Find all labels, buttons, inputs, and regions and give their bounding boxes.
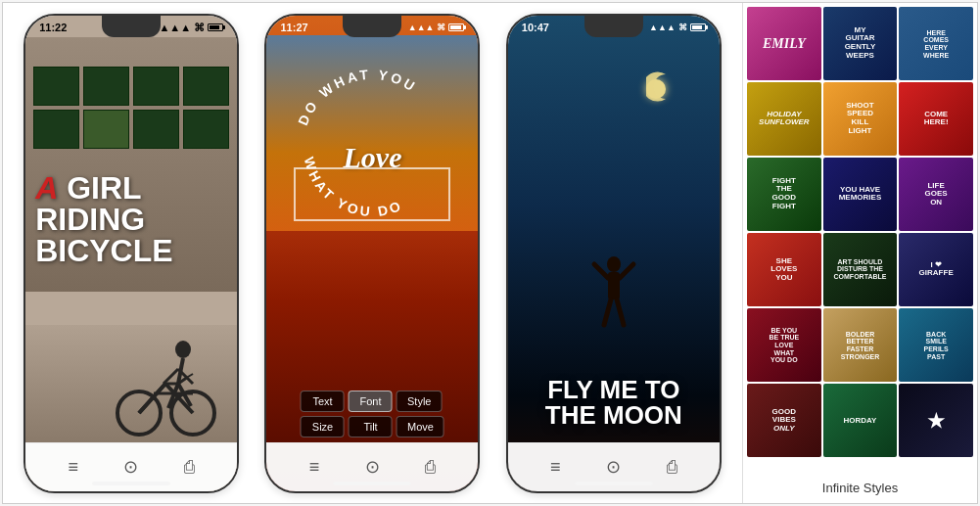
toolbar-style-btn[interactable]: Style bbox=[397, 391, 442, 412]
toolbar-font-btn[interactable]: Font bbox=[349, 391, 393, 412]
gallery-item[interactable]: Back Smile Perils Past bbox=[899, 308, 973, 382]
gallery-item-text: YOU HAVE MEMORIES bbox=[837, 184, 884, 206]
gallery-item[interactable]: BOLDER BETTER FASTER STRONGER bbox=[823, 308, 898, 382]
phone1-windows bbox=[25, 37, 237, 157]
gallery-item-text: Back Smile Perils Past bbox=[917, 328, 955, 362]
gallery-item[interactable]: Emily bbox=[747, 7, 821, 80]
gallery-item[interactable]: MY GUITAR GENTLY WEEPS bbox=[823, 7, 898, 80]
gallery-item[interactable]: BE YOU BE TRUE LOVE WHAT YOU DO bbox=[747, 308, 821, 382]
toolbar-row-1: Text Font Style bbox=[301, 391, 444, 412]
toolbar-size-btn[interactable]: Size bbox=[301, 416, 345, 437]
window bbox=[183, 110, 229, 149]
gallery-item[interactable]: YOU HAVE MEMORIES bbox=[823, 158, 898, 231]
phone1-wifi-icon: ⌘ bbox=[194, 22, 205, 34]
gallery-item[interactable]: ★ bbox=[899, 384, 973, 457]
svg-line-20 bbox=[620, 264, 633, 278]
phone1-status-right: ▲▲▲ ⌘ bbox=[159, 22, 223, 34]
window bbox=[183, 67, 229, 106]
gallery-item-text: SHE LOVES YOU bbox=[766, 254, 803, 284]
gallery-item[interactable]: HERE COMES EVERY WHERE bbox=[899, 7, 973, 80]
gallery-item-text: MY GUITAR GENTLY WEEPS bbox=[842, 24, 879, 63]
phone3-menu-icon[interactable]: ≡ bbox=[550, 457, 561, 478]
phone1-text-overlay: A GIRLRIDINGBICYCLE bbox=[35, 172, 172, 266]
crescent-moon-icon bbox=[646, 69, 680, 104]
gallery-item-text: Emily bbox=[761, 34, 808, 53]
phone2-notch bbox=[343, 16, 401, 37]
window bbox=[33, 67, 79, 106]
gallery-item[interactable]: GOOD VIBES only bbox=[747, 384, 821, 457]
phone2-menu-icon[interactable]: ≡ bbox=[309, 457, 320, 478]
gallery-item-text: BE YOU BE TRUE LOVE WHAT YOU DO bbox=[766, 324, 803, 365]
phone3-signal-icon: ▲▲▲ bbox=[649, 23, 676, 32]
phone3-share-icon[interactable]: ⎙ bbox=[667, 457, 677, 478]
phone2-share-icon[interactable]: ⎙ bbox=[425, 457, 436, 478]
gallery-item[interactable]: I ❤ GIRAFFE bbox=[899, 233, 973, 306]
gallery-grid: Emily MY GUITAR GENTLY WEEPS HERE COMES … bbox=[743, 3, 977, 473]
phone3-battery-icon bbox=[690, 23, 706, 31]
person-silhouette-icon bbox=[584, 256, 643, 335]
phone2-battery-icon bbox=[448, 23, 464, 31]
phone1-heading: A GIRLRIDINGBICYCLE bbox=[35, 172, 172, 266]
phone2-background: DO WHAT YOU WHAT YOU DO Love Text bbox=[266, 16, 478, 491]
gallery-panel: Emily MY GUITAR GENTLY WEEPS HERE COMES … bbox=[742, 3, 977, 503]
svg-line-21 bbox=[604, 299, 611, 325]
window bbox=[83, 67, 129, 106]
phone1-background: A GIRLRIDINGBICYCLE bbox=[25, 16, 237, 491]
phones-area: 11:22 ▲▲▲ ⌘ bbox=[3, 3, 742, 503]
phone3-status-right: ▲▲▲ ⌘ bbox=[649, 23, 706, 32]
phone3-notch bbox=[584, 16, 643, 37]
phone1-a-letter: A bbox=[35, 170, 58, 206]
svg-rect-18 bbox=[608, 272, 620, 299]
window bbox=[83, 110, 129, 149]
phone2-screen: DO WHAT YOU WHAT YOU DO Love Text bbox=[266, 16, 478, 491]
phone1-notch bbox=[102, 16, 161, 37]
phone2-camera-icon[interactable]: ⊙ bbox=[365, 456, 380, 478]
phone2-signal-icon: ▲▲▲ bbox=[408, 23, 435, 32]
gallery-item[interactable]: LIFE GOES ON bbox=[899, 158, 973, 231]
window bbox=[33, 110, 79, 149]
gallery-item[interactable]: HORDAY bbox=[823, 384, 898, 457]
gallery-item-text: ART SHOULD DISTURB THE COMFORTABLE bbox=[832, 256, 889, 283]
phone2-status-right: ▲▲▲ ⌘ bbox=[408, 23, 465, 32]
phone2-time: 11:27 bbox=[280, 22, 307, 33]
gallery-item-text: BOLDER BETTER FASTER STRONGER bbox=[839, 328, 882, 362]
phone2-wifi-icon: ⌘ bbox=[437, 23, 445, 32]
phone3-camera-icon[interactable]: ⊙ bbox=[606, 456, 621, 478]
phone3-bottom-bar: ≡ ⊙ ⎙ bbox=[508, 442, 720, 491]
phone1-signal-icon: ▲▲▲ bbox=[159, 22, 191, 33]
phone2-selection-box[interactable] bbox=[294, 167, 450, 221]
toolbar-move-btn[interactable]: Move bbox=[397, 416, 444, 437]
gallery-item[interactable]: SHOOT SPEED KILL LIGHT bbox=[823, 82, 898, 156]
gallery-item-text: FIGHT THE GOOD FIGHT bbox=[766, 175, 803, 213]
gallery-item-text: GOOD VIBES only bbox=[766, 405, 803, 435]
gallery-item[interactable]: ART SHOULD DISTURB THE COMFORTABLE bbox=[823, 233, 898, 306]
phone1-camera-icon[interactable]: ⊙ bbox=[123, 456, 138, 478]
phone1-screen: A GIRLRIDINGBICYCLE bbox=[25, 16, 237, 491]
phone3-time: 10:47 bbox=[522, 22, 549, 33]
phone1-menu-icon[interactable]: ≡ bbox=[68, 457, 78, 478]
toolbar-tilt-btn[interactable]: Tilt bbox=[349, 416, 393, 437]
svg-line-19 bbox=[594, 264, 608, 278]
gallery-item[interactable]: FIGHT THE GOOD FIGHT bbox=[747, 158, 821, 231]
gallery-item-text: SHOOT SPEED KILL LIGHT bbox=[842, 100, 879, 138]
gallery-item-text: HolidaySunflower bbox=[757, 109, 812, 130]
phone2-toolbar: Text Font Style Size Tilt Move bbox=[301, 391, 444, 437]
phone2-bottom-bar: ≡ ⊙ ⎙ bbox=[266, 442, 478, 491]
phone3-screen: FLY ME TOTHE MOON bbox=[508, 16, 720, 491]
phone1-bottom-bar: ≡ ⊙ ⎙ bbox=[25, 442, 237, 491]
phone3-background: FLY ME TOTHE MOON bbox=[508, 16, 720, 491]
svg-line-14 bbox=[188, 374, 193, 377]
svg-point-17 bbox=[607, 256, 621, 272]
gallery-item[interactable]: SHE LOVES YOU bbox=[747, 233, 821, 306]
gallery-item-text: HERE COMES EVERY WHERE bbox=[917, 26, 955, 61]
phone3-main-text: FLY ME TOTHE MOON bbox=[513, 377, 715, 428]
gallery-item[interactable]: HolidaySunflower bbox=[747, 82, 821, 156]
toolbar-text-btn[interactable]: Text bbox=[301, 391, 345, 412]
window bbox=[133, 110, 179, 149]
phone1-share-icon[interactable]: ⎙ bbox=[184, 457, 195, 478]
phone1-battery-icon bbox=[208, 23, 223, 31]
gallery-item[interactable]: Come Here! bbox=[899, 82, 973, 156]
gallery-item-text: I ❤ GIRAFFE bbox=[917, 259, 956, 281]
gallery-item-text: ★ bbox=[925, 408, 947, 434]
bicycle-silhouette bbox=[105, 330, 232, 437]
